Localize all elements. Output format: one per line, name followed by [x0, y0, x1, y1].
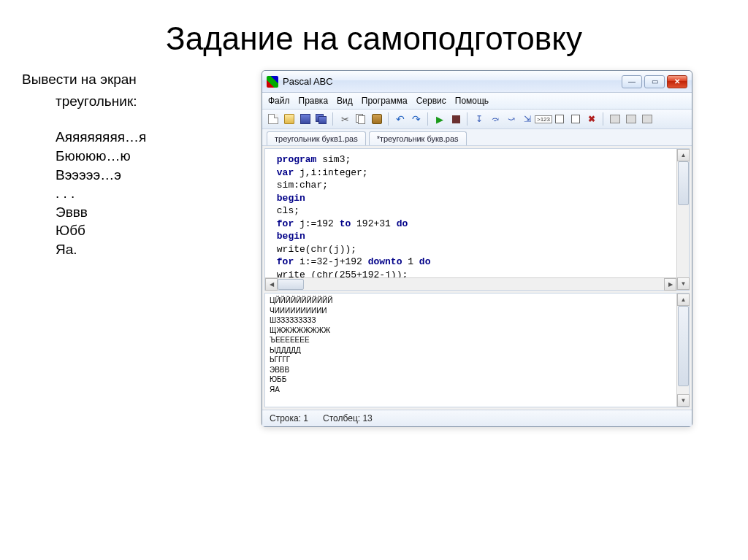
statusbar: Строка: 1 Столбец: 13	[262, 410, 692, 426]
clear-button[interactable]: ✖	[585, 112, 598, 126]
step-out-button[interactable]: ⤻	[505, 112, 518, 126]
tag-icon: >123	[535, 115, 552, 123]
scroll-down-icon[interactable]: ▼	[677, 277, 690, 290]
tool-icon	[610, 115, 620, 123]
file-tab-2[interactable]: *треугольник букв.pas	[369, 131, 467, 145]
vertical-scrollbar[interactable]: ▲ ▼	[676, 149, 689, 290]
titlebar[interactable]: Pascal ABC — ▭ ✕	[262, 71, 692, 93]
scrollbar-thumb[interactable]	[278, 279, 304, 290]
scroll-left-icon[interactable]: ◀	[265, 278, 278, 291]
scroll-right-icon[interactable]: ▶	[664, 278, 676, 291]
task-line: Юбб	[56, 221, 248, 240]
horizontal-scrollbar[interactable]: ◀ ▶	[265, 277, 676, 290]
vertical-scrollbar[interactable]: ▲ ▼	[676, 294, 689, 407]
open-file-button[interactable]	[283, 112, 296, 126]
tabbar: треугольник букв1.pas *треугольник букв.…	[262, 129, 692, 146]
output-line: ЪЕЕЕЕЕЕЕ	[270, 336, 310, 344]
app-icon	[267, 76, 278, 88]
toolbar: ✂ ↶ ↷ ▶ ↧ ⤼ ⤻ ⇲ >123 ✖	[262, 110, 692, 129]
undo-button[interactable]: ↶	[394, 112, 407, 126]
status-row: Строка: 1	[270, 413, 308, 423]
scroll-up-icon[interactable]: ▲	[677, 294, 690, 306]
panel-button[interactable]	[553, 112, 566, 126]
close-button[interactable]: ✕	[667, 75, 687, 88]
step-into-button[interactable]: ↧	[473, 112, 486, 126]
task-description: Вывести на экран треугольник: Аяяяяяяяя……	[22, 70, 248, 427]
window-title: Pascal ABC	[283, 76, 617, 87]
window-button[interactable]	[569, 112, 582, 126]
tool-button-2[interactable]	[625, 112, 638, 126]
task-line: Вэээээ…э	[56, 166, 248, 185]
menu-file[interactable]: Файл	[268, 96, 290, 106]
trace-button[interactable]: ⇲	[521, 112, 534, 126]
output-line: ЩЖЖЖЖЖЖЖЖ	[270, 326, 330, 334]
trace-icon: ⇲	[524, 114, 531, 124]
scrollbar-thumb[interactable]	[678, 306, 689, 386]
ide-window: Pascal ABC — ▭ ✕ Файл Правка Вид Програм…	[262, 70, 692, 427]
menu-help[interactable]: Помощь	[455, 96, 489, 106]
step-into-icon: ↧	[476, 114, 483, 124]
scroll-down-icon[interactable]: ▼	[677, 394, 690, 407]
output-line: ЭВВВ	[270, 366, 289, 374]
task-lead: Вывести на экран	[22, 70, 248, 89]
task-lead2: треугольник:	[56, 92, 248, 111]
output-line: ШЗЗЗЗЗЗЗЗЗ	[270, 316, 316, 324]
output-line: ЫДДДДД	[270, 346, 301, 354]
stop-icon	[452, 115, 460, 123]
redo-icon: ↷	[412, 114, 421, 124]
undo-icon: ↶	[396, 114, 405, 124]
output-line: ЮББ	[270, 375, 286, 383]
menu-view[interactable]: Вид	[337, 96, 353, 106]
minimize-button[interactable]: —	[622, 75, 642, 88]
clear-icon: ✖	[588, 114, 595, 124]
window-icon	[571, 115, 580, 123]
step-over-icon: ⤼	[492, 114, 499, 124]
status-col: Столбец: 13	[323, 413, 373, 423]
panel-icon	[555, 115, 564, 123]
scroll-up-icon[interactable]: ▲	[677, 149, 690, 161]
cut-button[interactable]: ✂	[338, 112, 351, 126]
tool-button-3[interactable]	[641, 112, 654, 126]
menu-service[interactable]: Сервис	[416, 96, 446, 106]
output-line: ЦЙЙЙЙЙЙЙЙЙЙЙ	[270, 296, 332, 304]
task-line: Бюююю…ю	[56, 147, 248, 166]
menu-program[interactable]: Программа	[362, 96, 408, 106]
menubar: Файл Правка Вид Программа Сервис Помощь	[262, 93, 692, 110]
task-line: . . .	[56, 184, 248, 203]
slide-title: Задание на самоподготовку	[0, 0, 748, 70]
paste-icon	[372, 114, 382, 124]
task-line: Яа.	[56, 240, 248, 259]
maximize-button[interactable]: ▭	[644, 75, 665, 88]
tool-icon	[626, 115, 636, 123]
task-line: Эввв	[56, 203, 248, 222]
copy-icon	[356, 114, 366, 124]
new-file-button[interactable]	[267, 112, 280, 126]
stop-button[interactable]	[449, 112, 462, 126]
tag-button[interactable]: >123	[537, 112, 550, 126]
output-line: ЯА	[270, 386, 280, 394]
run-button[interactable]: ▶	[433, 112, 446, 126]
output-panel: ЦЙЙЙЙЙЙЙЙЙЙЙ ЧИИИИИИИИИИ ШЗЗЗЗЗЗЗЗЗ ЩЖЖЖ…	[264, 293, 690, 407]
task-line: Аяяяяяяяя…я	[56, 128, 248, 147]
tool-button-1[interactable]	[608, 112, 622, 126]
step-out-icon: ⤻	[508, 114, 515, 124]
save-all-button[interactable]	[315, 112, 328, 126]
menu-edit[interactable]: Правка	[299, 96, 329, 106]
step-over-button[interactable]: ⤼	[489, 112, 502, 126]
save-button[interactable]	[299, 112, 312, 126]
play-icon: ▶	[436, 114, 443, 125]
redo-button[interactable]: ↷	[410, 112, 423, 126]
scrollbar-thumb[interactable]	[678, 161, 689, 205]
code-editor[interactable]: program sim3; var j,i:integer; sim:char;…	[264, 148, 690, 291]
output-line: ЧИИИИИИИИИИ	[270, 307, 327, 315]
file-tab-1[interactable]: треугольник букв1.pas	[267, 131, 366, 145]
tool-icon	[642, 115, 652, 123]
scissors-icon: ✂	[341, 115, 349, 124]
output-line: ЬГГГГ	[270, 356, 290, 364]
copy-button[interactable]	[354, 112, 367, 126]
paste-button[interactable]	[370, 112, 383, 126]
